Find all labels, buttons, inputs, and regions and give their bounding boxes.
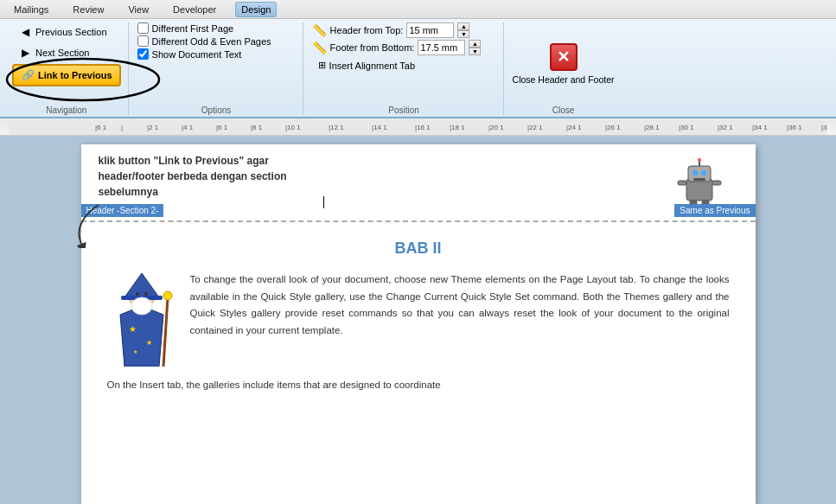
app-window: Mailings Review View Developer Design ◀ … (0, 0, 836, 504)
svg-text:|8 1: |8 1 (251, 124, 263, 131)
show-document-text-checkbox[interactable] (137, 48, 149, 60)
different-odd-even-checkbox[interactable] (137, 35, 149, 47)
svg-point-27 (692, 170, 698, 175)
close-header-footer-button[interactable]: ✕ Close Header and Footer (513, 43, 615, 86)
link-icon: 🔗 (21, 68, 35, 82)
options-group-label: Options (137, 105, 296, 115)
svg-text:|2 1: |2 1 (147, 124, 159, 131)
menu-mailings[interactable]: Mailings (9, 3, 54, 16)
footer-from-bottom-icon: 📏 (312, 41, 327, 54)
same-as-previous-label: Same as Previous (674, 204, 755, 217)
next-section-icon: ▶ (18, 46, 32, 60)
navigation-buttons: ◀ Previous Section ▶ Next Section 🔗 Link… (12, 22, 121, 104)
body-text-paragraph-2-container: On the Insert tab, the galleries include… (107, 377, 730, 394)
next-section-label: Next Section (35, 48, 89, 58)
menu-view[interactable]: View (123, 3, 154, 16)
next-section-button[interactable]: ▶ Next Section (12, 43, 95, 62)
header-from-top-icon: 📏 (312, 23, 327, 37)
svg-text:|32 1: |32 1 (718, 124, 733, 131)
ribbon-group-options: Different First Page Different Odd & Eve… (131, 22, 303, 115)
footer-spin-up[interactable]: ▲ (469, 40, 481, 48)
menu-developer[interactable]: Developer (168, 3, 221, 16)
svg-text:|14 1: |14 1 (372, 124, 387, 131)
options-content: Different First Page Different Odd & Eve… (137, 22, 296, 104)
svg-rect-25 (686, 179, 712, 201)
body-text-container: To change the overall look of your docum… (190, 271, 730, 368)
show-document-text-option[interactable]: Show Document Text (137, 48, 242, 60)
svg-point-47 (163, 291, 172, 300)
close-x-icon: ✕ (550, 43, 578, 71)
annotation-text: klik button "Link to Previous" agarheade… (99, 153, 358, 200)
svg-text:|10 1: |10 1 (285, 124, 301, 131)
alignment-tab-icon: ⊞ (318, 60, 326, 71)
page-body: BAB II ★ ★ ★ (81, 222, 756, 411)
svg-text:★: ★ (129, 324, 137, 334)
ribbon-group-close: ✕ Close Header and Footer Close (506, 22, 622, 115)
svg-text:|28 1: |28 1 (644, 124, 660, 131)
svg-text:|6 1: |6 1 (95, 124, 107, 131)
close-group-label: Close (513, 105, 615, 115)
text-cursor (323, 196, 324, 208)
previous-section-button[interactable]: ◀ Previous Section (12, 22, 113, 41)
close-button-label: Close Header and Footer (513, 74, 615, 86)
close-content: ✕ Close Header and Footer (513, 22, 615, 104)
header-spin-down[interactable]: ▼ (457, 30, 469, 38)
svg-point-44 (136, 292, 139, 296)
navigation-group-label: Navigation (12, 105, 121, 115)
footer-spin-down[interactable]: ▼ (469, 48, 481, 55)
document-area[interactable]: klik button "Link to Previous" agarheade… (0, 136, 836, 504)
ribbon-content: ◀ Previous Section ▶ Next Section 🔗 Link… (0, 19, 836, 117)
menu-review[interactable]: Review (67, 3, 109, 16)
header-from-top-input[interactable] (406, 22, 454, 38)
svg-text:|36 1: |36 1 (787, 124, 802, 131)
different-first-page-option[interactable]: Different First Page (137, 22, 234, 34)
header-spin-up[interactable]: ▲ (457, 22, 469, 30)
body-content: ★ ★ ★ (107, 271, 730, 368)
svg-text:|26 1: |26 1 (605, 124, 621, 131)
svg-text:|16 1: |16 1 (415, 124, 431, 131)
menu-bar: Mailings Review View Developer Design (0, 0, 836, 19)
svg-line-46 (163, 297, 168, 367)
position-content: 📏 Header from Top: ▲ ▼ 📏 Footer from Bot… (312, 22, 496, 104)
menu-design[interactable]: Design (235, 2, 277, 17)
ribbon-group-navigation: ◀ Previous Section ▶ Next Section 🔗 Link… (5, 22, 129, 115)
svg-rect-32 (678, 181, 686, 185)
wizard-svg: ★ ★ ★ (107, 271, 176, 367)
wizard-image: ★ ★ ★ (107, 271, 176, 368)
body-text-paragraph-1: To change the overall look of your docum… (190, 271, 730, 339)
footer-from-bottom-row: 📏 Footer from Bottom: ▲ ▼ (312, 40, 482, 55)
chapter-title: BAB II (107, 239, 730, 258)
link-to-previous-button[interactable]: 🔗 Link to Previous (12, 64, 121, 86)
svg-rect-33 (712, 181, 721, 185)
svg-text:★: ★ (146, 339, 152, 347)
svg-text:|34 1: |34 1 (752, 124, 768, 131)
svg-text:|38 1: |38 1 (821, 124, 827, 131)
different-first-page-checkbox[interactable] (137, 22, 149, 34)
header-from-top-row: 📏 Header from Top: ▲ ▼ (312, 22, 470, 38)
svg-point-43 (131, 297, 152, 315)
page-header: klik button "Link to Previous" agarheade… (81, 144, 756, 222)
svg-text:|24 1: |24 1 (566, 124, 582, 131)
insert-alignment-tab-button[interactable]: ⊞ Insert Alignment Tab (312, 57, 421, 73)
svg-point-45 (144, 292, 148, 296)
svg-point-31 (698, 158, 701, 162)
svg-rect-29 (693, 178, 705, 181)
svg-text:★: ★ (133, 349, 137, 354)
svg-text:|12 1: |12 1 (329, 124, 344, 131)
header-section-label: Header -Section 2- (81, 204, 164, 217)
svg-text:|30 1: |30 1 (679, 124, 694, 131)
ruler-svg: |6 1 | |2 1 |4 1 |6 1 |8 1 |10 1 |12 1 |… (9, 118, 827, 135)
prev-section-icon: ◀ (18, 25, 32, 39)
svg-text:|6 1: |6 1 (216, 124, 228, 131)
footer-spinners: ▲ ▼ (469, 40, 481, 55)
svg-text:|20 1: |20 1 (488, 124, 504, 131)
ribbon-group-position: 📏 Header from Top: ▲ ▼ 📏 Footer from Bot… (305, 22, 504, 115)
different-odd-even-option[interactable]: Different Odd & Even Pages (137, 35, 271, 47)
svg-text:|4 1: |4 1 (182, 124, 194, 131)
ribbon: ◀ Previous Section ▶ Next Section 🔗 Link… (0, 19, 836, 118)
svg-text:|: | (121, 124, 123, 131)
body-text-paragraph-2: On the Insert tab, the galleries include… (107, 377, 730, 394)
footer-from-bottom-input[interactable] (418, 40, 465, 55)
svg-point-28 (701, 170, 706, 175)
svg-text:|18 1: |18 1 (450, 124, 465, 131)
